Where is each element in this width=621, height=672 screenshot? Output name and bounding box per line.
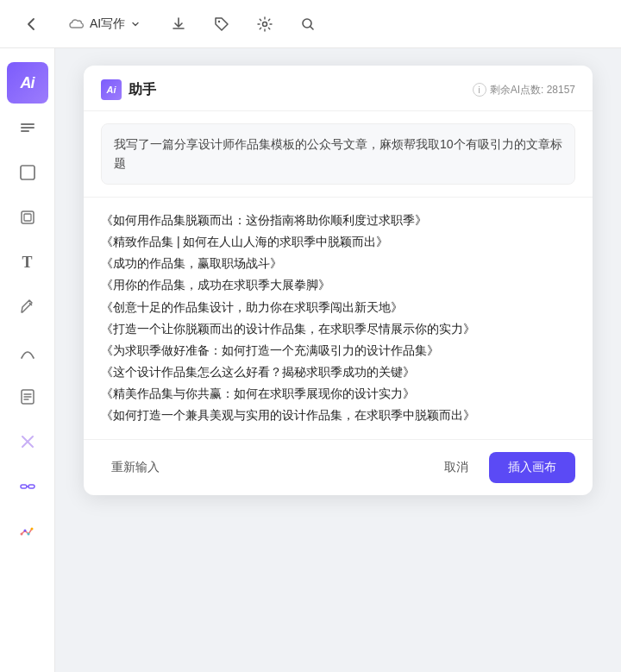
cloud-icon xyxy=(69,18,85,30)
sidebar-item-ai[interactable]: Ai xyxy=(7,62,48,104)
svg-point-0 xyxy=(218,20,220,22)
ai-assistant-dialog: Ai 助手 i 剩余AI点数: 28157 我写了一篇分享设计师作品集模板的公众… xyxy=(84,66,593,495)
result-item-2[interactable]: 《成功的作品集，赢取职场战斗》 xyxy=(101,253,575,274)
sidebar-item-curve[interactable] xyxy=(7,331,48,373)
result-item-7[interactable]: 《这个设计作品集怎么这么好看？揭秘求职季成功的关键》 xyxy=(101,361,575,383)
result-item-3[interactable]: 《用你的作品集，成功在求职季大展拳脚》 xyxy=(101,274,575,296)
result-item-8[interactable]: 《精美作品集与你共赢：如何在求职季展现你的设计实力》 xyxy=(101,383,575,405)
tag-button[interactable] xyxy=(208,10,235,38)
sidebar-item-note[interactable] xyxy=(7,376,48,418)
dialog-title-text: 助手 xyxy=(129,81,156,99)
result-item-1[interactable]: 《精致作品集 | 如何在人山人海的求职季中脱颖而出》 xyxy=(101,231,575,253)
svg-rect-10 xyxy=(21,485,27,488)
sidebar-item-plugin[interactable] xyxy=(7,421,48,462)
result-item-5[interactable]: 《打造一个让你脱颖而出的设计作品集，在求职季尽情展示你的实力》 xyxy=(101,318,575,340)
search-button[interactable] xyxy=(294,10,322,38)
cancel-button[interactable]: 取消 xyxy=(430,453,482,482)
ai-writing-button[interactable]: AI写作 xyxy=(60,12,149,36)
download-button[interactable] xyxy=(165,10,192,38)
ai-title-logo: Ai xyxy=(101,79,122,100)
reinput-button[interactable]: 重新输入 xyxy=(101,453,170,482)
chevron-down-icon xyxy=(130,19,141,29)
info-icon: i xyxy=(473,83,486,97)
sidebar-item-frame[interactable] xyxy=(7,152,48,193)
insert-canvas-button[interactable]: 插入画布 xyxy=(489,452,575,483)
sidebar-item-lines[interactable] xyxy=(7,107,48,148)
svg-rect-3 xyxy=(21,123,34,125)
ai-points: i 剩余AI点数: 28157 xyxy=(473,83,575,97)
back-button[interactable] xyxy=(17,10,45,38)
result-item-0[interactable]: 《如何用作品集脱颖而出：这份指南将助你顺利度过求职季》 xyxy=(101,210,575,231)
sidebar: Ai T xyxy=(0,48,55,672)
settings-button[interactable] xyxy=(251,10,279,38)
sidebar-item-layers[interactable] xyxy=(7,197,48,238)
svg-rect-6 xyxy=(21,166,34,179)
svg-point-12 xyxy=(20,533,22,536)
svg-rect-8 xyxy=(24,214,31,221)
svg-rect-11 xyxy=(28,485,34,488)
toolbar: AI写作 xyxy=(0,0,621,48)
sidebar-item-text[interactable]: T xyxy=(7,242,48,283)
result-item-9[interactable]: 《如何打造一个兼具美观与实用的设计作品集，在求职季中脱颖而出》 xyxy=(101,405,575,426)
svg-rect-5 xyxy=(21,130,29,132)
svg-rect-7 xyxy=(22,211,34,223)
results-area: 《如何用作品集脱颖而出：这份指南将助你顺利度过求职季》《精致作品集 | 如何在人… xyxy=(84,198,593,439)
dialog-footer: 重新输入 取消 插入画布 xyxy=(84,439,593,495)
sidebar-item-palette[interactable] xyxy=(7,511,48,552)
svg-point-13 xyxy=(23,530,26,532)
ai-writing-label: AI写作 xyxy=(90,16,125,32)
svg-point-15 xyxy=(30,528,33,531)
sidebar-item-link[interactable] xyxy=(7,466,48,507)
content-area: Ai 助手 i 剩余AI点数: 28157 我写了一篇分享设计师作品集模板的公众… xyxy=(55,48,621,672)
main-area: Ai T xyxy=(0,48,621,672)
input-area: 我写了一篇分享设计师作品集模板的公众号文章，麻烦帮我取10个有吸引力的文章标题 xyxy=(84,111,593,198)
svg-point-14 xyxy=(27,533,29,536)
sidebar-item-pen[interactable] xyxy=(7,286,48,328)
svg-point-1 xyxy=(263,22,267,26)
points-text: 剩余AI点数: 28157 xyxy=(490,83,575,97)
dialog-title: Ai 助手 xyxy=(101,79,156,100)
input-text: 我写了一篇分享设计师作品集模板的公众号文章，麻烦帮我取10个有吸引力的文章标题 xyxy=(101,123,575,185)
result-item-6[interactable]: 《为求职季做好准备：如何打造一个充满吸引力的设计作品集》 xyxy=(101,340,575,361)
result-item-4[interactable]: 《创意十足的作品集设计，助力你在求职季闯出新天地》 xyxy=(101,297,575,318)
dialog-header: Ai 助手 i 剩余AI点数: 28157 xyxy=(84,66,593,111)
svg-rect-4 xyxy=(21,127,34,129)
